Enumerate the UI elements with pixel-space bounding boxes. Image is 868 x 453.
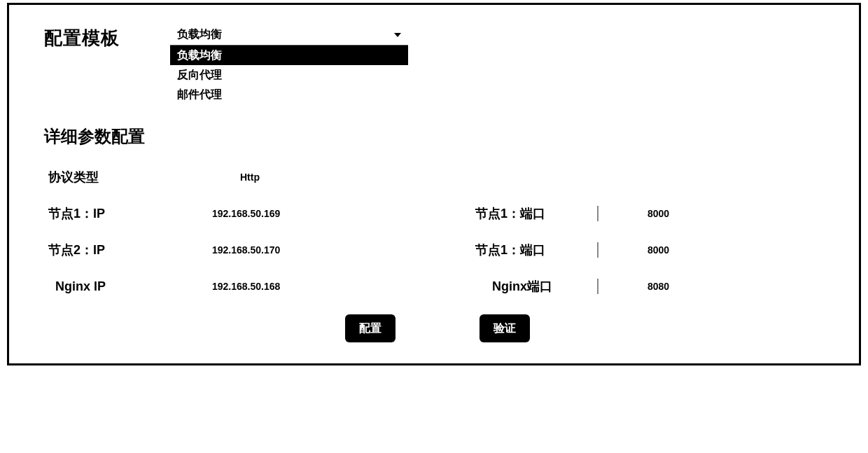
nginx-port-value[interactable]: 8080 (648, 281, 718, 292)
config-template-label: 配置模板 (44, 26, 170, 50)
protocol-label: 协议类型 (44, 169, 184, 186)
nginx-port-label: Nginx端口 (471, 278, 597, 295)
template-dropdown-selected-text: 负载均衡 (177, 27, 222, 42)
template-option-1[interactable]: 反向代理 (170, 65, 408, 85)
button-row: 配置 验证 (44, 314, 831, 342)
node1-row: 节点1：IP 192.168.50.169 节点1：端口 8000 (44, 205, 831, 222)
template-option-2[interactable]: 邮件代理 (170, 85, 408, 104)
template-dropdown[interactable]: 负载均衡 负载均衡 反向代理 邮件代理 (170, 26, 408, 104)
node2-port-label: 节点1：端口 (471, 242, 597, 258)
protocol-row: 协议类型 Http (44, 169, 831, 186)
chevron-down-icon (394, 33, 401, 37)
node2-ip-label: 节点2：IP (44, 242, 184, 258)
template-dropdown-list: 负载均衡 反向代理 邮件代理 (170, 46, 408, 104)
template-option-0[interactable]: 负载均衡 (170, 46, 408, 65)
node2-port-value[interactable]: 8000 (648, 244, 718, 256)
nginx-row: Nginx IP 192.168.50.168 Nginx端口 8080 (44, 278, 831, 295)
node2-row: 节点2：IP 192.168.50.170 节点1：端口 8000 (44, 242, 831, 258)
node1-port-value[interactable]: 8000 (648, 208, 718, 219)
nginx-ip-label: Nginx IP (44, 279, 184, 294)
node1-ip-label: 节点1：IP (44, 205, 184, 222)
divider-icon (597, 206, 598, 221)
template-dropdown-selected[interactable]: 负载均衡 (170, 26, 408, 46)
detail-params-title: 详细参数配置 (44, 125, 831, 148)
divider-icon (597, 242, 598, 258)
verify-button[interactable]: 验证 (479, 314, 530, 342)
nginx-ip-value[interactable]: 192.168.50.168 (212, 281, 380, 292)
node1-port-label: 节点1：端口 (471, 205, 597, 222)
node2-ip-value[interactable]: 192.168.50.170 (212, 244, 380, 256)
config-button[interactable]: 配置 (345, 314, 396, 342)
config-window: 配置模板 负载均衡 负载均衡 反向代理 邮件代理 详细参数配置 协议类型 Htt… (7, 3, 861, 365)
node1-ip-value[interactable]: 192.168.50.169 (212, 208, 380, 219)
protocol-value: Http (240, 172, 408, 183)
divider-icon (597, 279, 598, 294)
template-row: 配置模板 负载均衡 负载均衡 反向代理 邮件代理 (44, 26, 831, 104)
